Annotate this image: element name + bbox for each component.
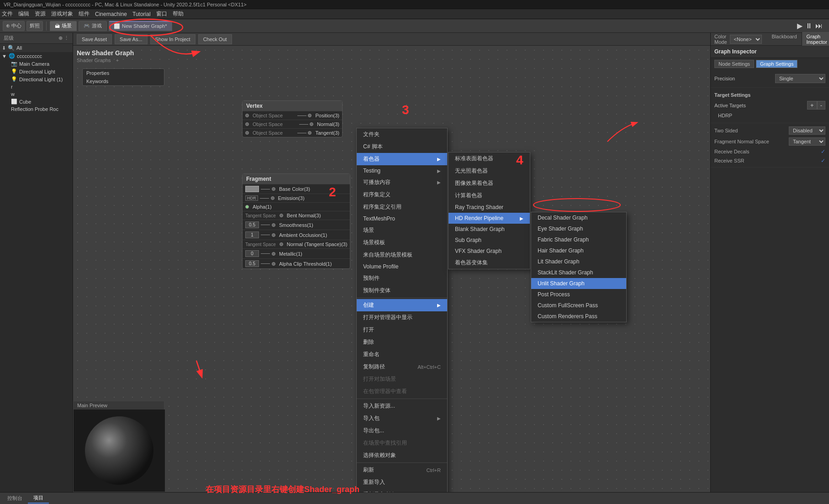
ctx-playable[interactable]: 可播放内容 ▶: [357, 176, 447, 189]
save-as-btn[interactable]: Save As...: [115, 34, 148, 44]
console-tab[interactable]: 控制台: [2, 493, 28, 503]
ctx-select-deps[interactable]: 选择依赖对象: [357, 449, 447, 462]
hd-post-process[interactable]: Post Process: [531, 289, 626, 300]
all-filter[interactable]: ⬇: [2, 45, 6, 51]
ctx-open[interactable]: 打开: [357, 324, 447, 336]
ctx-refresh[interactable]: 刷新 Ctrl+R: [357, 464, 447, 476]
node-settings-tab[interactable]: Node Settings: [714, 60, 754, 68]
ctx-prefab-variant[interactable]: 预制件变体: [357, 284, 447, 297]
ctx-create[interactable]: 创建 ▶: [357, 299, 447, 311]
two-sided-dropdown[interactable]: Disabled: [789, 126, 825, 135]
ctx-volume-profile[interactable]: Volume Profile: [357, 261, 447, 272]
sub-standard-surface[interactable]: 标准表面着色器: [449, 152, 530, 165]
save-asset-btn[interactable]: Save Asset: [77, 34, 112, 44]
project-tab[interactable]: 项目: [28, 493, 49, 504]
menu-item-gameobject[interactable]: 游戏对象: [51, 10, 73, 18]
tab-shader-graph[interactable]: ⬜ New Shader Graph*: [109, 21, 172, 31]
tab-blackboard[interactable]: Blackboard: [767, 32, 802, 47]
right-panel: Color Mode <None> Blackboard Graph Inspe…: [710, 33, 829, 492]
ctx-reimport[interactable]: 重新导入: [357, 476, 447, 488]
ctx-copy-path[interactable]: 复制路径 Alt+Ctrl+C: [357, 361, 447, 373]
sub-variant-set[interactable]: 着色器变体集: [449, 257, 530, 269]
hdrp-item[interactable]: HDRP: [714, 111, 825, 120]
hierarchy-root[interactable]: ▼ 🌐 cccccccccc: [0, 52, 73, 60]
shader-graph-canvas[interactable]: New Shader Graph Shader Graphs + Propert…: [73, 46, 710, 492]
menu-item-assets[interactable]: 资源: [35, 10, 46, 18]
toolbar-center[interactable]: ⊕ 中心: [3, 21, 25, 31]
ctx-folder[interactable]: 文件夹: [357, 128, 447, 141]
menu-item-tutorial[interactable]: Tutorial: [132, 11, 151, 17]
ctx-assembly-def[interactable]: 程序集定义: [357, 189, 447, 201]
hd-custom-renderers[interactable]: Custom Renderers Pass: [531, 311, 626, 322]
ctx-show-in-explorer[interactable]: 打开对管理器中显示: [357, 311, 447, 324]
title-text: VR_Dianjingguan_Wujian - cccccccccc - PC…: [4, 2, 247, 7]
ctx-scene-template[interactable]: 场景模板: [357, 236, 447, 249]
menu-item-edit[interactable]: 编辑: [18, 10, 29, 18]
sub-hd-render[interactable]: HD Render Pipeline ▶ Decal Shader Graph …: [449, 213, 530, 224]
color-mode-select[interactable]: <None>: [730, 35, 762, 44]
graph-settings-tab[interactable]: Graph Settings: [756, 60, 797, 68]
menu-item-cinemachine[interactable]: Cinemachine: [95, 11, 127, 17]
sub-compute[interactable]: 计算着色器: [449, 189, 530, 202]
ctx-assembly-ref[interactable]: 程序集定义引用: [357, 201, 447, 213]
context-menu-overlay[interactable]: 文件夹 C# 脚本 着色器 ▶ 标准表面着色器 无光照着色器 图像效果着色器 计…: [73, 46, 710, 492]
sub-vfx[interactable]: VFX Shader Graph: [449, 246, 530, 257]
tangent-dropdown[interactable]: Tangent: [789, 137, 825, 146]
ctx-testing[interactable]: Testing ▶: [357, 165, 447, 176]
sub-subgraph[interactable]: Sub Graph: [449, 235, 530, 246]
toolbar-glow[interactable]: 辉照: [26, 21, 43, 31]
hierarchy-item-r[interactable]: r: [0, 83, 73, 90]
ctx-shader[interactable]: 着色器 ▶ 标准表面着色器 无光照着色器 图像效果着色器 计算着色器 Ray T…: [357, 153, 447, 165]
hierarchy-item-camera[interactable]: 📷 Main Camera: [0, 60, 73, 68]
hd-decal[interactable]: Decal Shader Graph: [531, 212, 626, 223]
ctx-import-pkg[interactable]: 导入包 ▶: [357, 412, 447, 425]
hd-custom-fullscreen[interactable]: Custom FullScreen Pass: [531, 300, 626, 311]
ctx-import-new[interactable]: 导入新资源...: [357, 400, 447, 412]
ctx-delete[interactable]: 删除: [357, 336, 447, 348]
sub-blank[interactable]: Blank Shader Graph: [449, 224, 530, 235]
ctx-textmeshpro[interactable]: TextMeshPro: [357, 213, 447, 224]
active-targets-row: Active Targets + -: [714, 100, 825, 111]
hd-fabric[interactable]: Fabric Shader Graph: [531, 234, 626, 245]
ctx-scene-from-scene[interactable]: 来自场景的场景模板: [357, 249, 447, 261]
pause-button[interactable]: ⏸: [805, 22, 813, 30]
hd-stacklit[interactable]: StackLit Shader Graph: [531, 267, 626, 278]
hierarchy-item-cube[interactable]: ⬜ Cube: [0, 98, 73, 105]
hd-lit[interactable]: Lit Shader Graph: [531, 256, 626, 267]
hierarchy-item-dirlight[interactable]: 💡 Directional Light: [0, 68, 73, 75]
sub-image-effect[interactable]: 图像效果着色器: [449, 177, 530, 189]
root-label: cccccccccc: [17, 53, 42, 59]
tab-scene[interactable]: 🏔 场景: [50, 21, 77, 31]
ctx-csharp[interactable]: C# 脚本: [357, 141, 447, 153]
r-label: r: [11, 84, 13, 89]
ctx-rename[interactable]: 重命名: [357, 348, 447, 361]
ctx-reimport-all[interactable]: 重新导入所有: [357, 488, 447, 492]
menu-item-window[interactable]: 窗口: [156, 10, 167, 18]
ctx-prefab[interactable]: 预制件: [357, 272, 447, 284]
sub-unlit[interactable]: 无光照着色器: [449, 165, 530, 177]
decals-row: Receive Decals ✓: [714, 147, 825, 156]
hd-eye[interactable]: Eye Shader Graph: [531, 223, 626, 234]
center-area: Save Asset Save As... Show In Project Ch…: [73, 33, 710, 492]
hierarchy-item-reflection[interactable]: Reflection Probe Roc: [0, 105, 73, 113]
show-in-project-btn[interactable]: Show In Project: [150, 34, 195, 44]
hd-hair[interactable]: Hair Shader Graph: [531, 245, 626, 256]
step-button[interactable]: ⏭: [815, 22, 823, 30]
sub-ray-tracing[interactable]: Ray Tracing Shader: [449, 202, 530, 213]
precision-dropdown[interactable]: Single: [775, 74, 825, 83]
play-button[interactable]: ▶: [797, 21, 803, 30]
tab-graph-inspector[interactable]: Graph Inspector: [802, 32, 829, 47]
expand-icon: ▼: [2, 53, 7, 59]
menu-item-help[interactable]: 帮助: [173, 10, 184, 18]
ctx-export-pkg[interactable]: 导出包...: [357, 425, 447, 437]
menu-item-file[interactable]: 文件: [2, 10, 13, 18]
menu-item-component[interactable]: 组件: [79, 10, 90, 18]
add-target-btn[interactable]: +: [807, 101, 817, 110]
remove-target-btn[interactable]: -: [817, 101, 825, 110]
tab-game[interactable]: 🎮 游戏: [79, 21, 107, 31]
hierarchy-item-w[interactable]: w: [0, 90, 73, 98]
hd-unlit[interactable]: Unlit Shader Graph: [531, 278, 626, 289]
check-out-btn[interactable]: Check Out: [198, 34, 232, 44]
hierarchy-item-dirlight1[interactable]: 💡 Directional Light (1): [0, 75, 73, 83]
ctx-scene[interactable]: 场景: [357, 224, 447, 236]
